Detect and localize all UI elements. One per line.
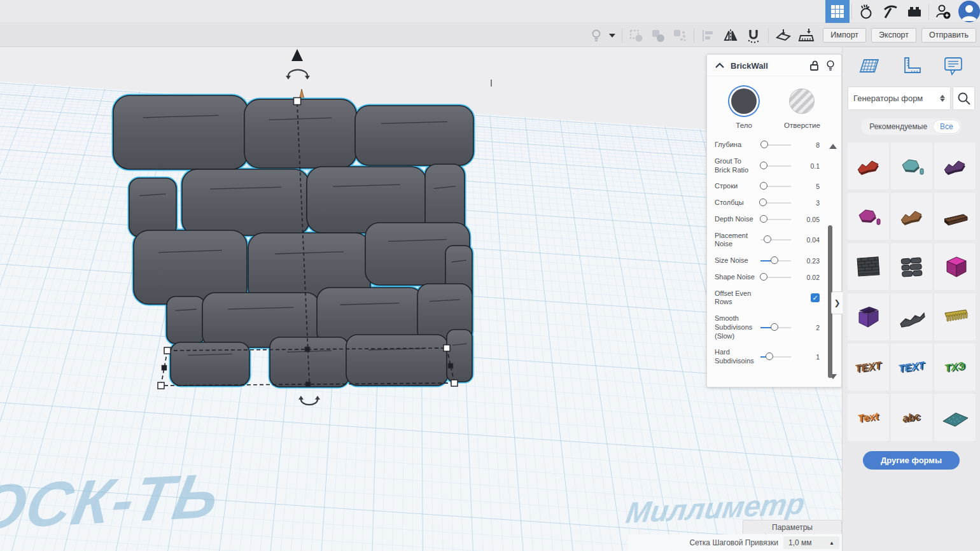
slider-knob[interactable] [760,273,767,281]
slider-track[interactable] [760,165,791,167]
shape-magenta-box-icon [938,251,971,282]
parameters-button[interactable]: Параметры [743,520,842,534]
notes-tool-icon[interactable] [942,55,965,78]
scale-handle-corner[interactable] [451,380,458,386]
raise-lower-cone-handle[interactable] [291,49,303,61]
send-button[interactable]: Отправить [921,28,976,43]
slider-knob[interactable] [760,215,767,223]
shape-stone-wall[interactable] [891,243,932,290]
slider-value: 2 [816,324,820,331]
group-icon[interactable] [626,27,647,45]
scale-handle-mid[interactable] [449,364,453,368]
scale-handle-corner[interactable] [158,382,164,389]
slider-label: Smooth Subdivisons (Slow) [715,314,755,340]
slider-track[interactable] [760,277,791,278]
add-person-icon[interactable] [931,0,955,23]
solid-swatch[interactable]: Тело [728,85,760,129]
slider-knob[interactable] [771,323,778,331]
search-button[interactable] [953,87,975,110]
align-icon[interactable] [697,27,719,45]
snap-grid-dropdown[interactable]: 1,0 мм ▲ [783,536,839,549]
hole-swatch[interactable]: Отверстие [784,85,820,129]
ungroup-icon[interactable] [647,27,669,45]
shape-brown-text[interactable]: TEXT TEXT [848,344,889,391]
shape-brown-letters[interactable]: abc abc [891,394,932,441]
scale-handle-corner[interactable] [444,345,450,351]
slider-track[interactable] [760,144,791,146]
shape-green-text-mirrored[interactable]: ТХЭ ТХЭ [934,344,976,391]
brick-build-icon[interactable] [902,0,927,23]
avatar[interactable] [958,1,980,22]
slider-track[interactable] [760,260,791,262]
import-button[interactable]: Импорт [823,28,866,43]
export-button[interactable]: Экспорт [871,28,916,43]
simlab-icon[interactable] [854,0,878,23]
hole-pattern-circle[interactable] [789,88,815,114]
shape-category-dropdown[interactable]: Генераторы форм [848,87,951,110]
shape-brick-wall-flat[interactable] [848,243,889,290]
snap-magnet-icon[interactable] [742,27,765,45]
scroll-up-icon[interactable] [829,144,837,149]
ruler-tool-icon[interactable] [900,55,923,78]
workplane-helper-icon[interactable] [772,27,795,45]
collapse-chevron-icon[interactable] [715,62,725,69]
offset-even-rows-checkbox[interactable]: ✓ [811,293,820,302]
shape-magenta-box[interactable] [934,243,976,290]
slider-knob[interactable] [760,141,768,148]
shape-yellow-comb[interactable] [934,293,976,340]
slider-knob[interactable] [759,199,767,206]
slider-track[interactable] [760,239,791,241]
slider-track[interactable] [760,202,791,204]
solid-color-circle[interactable] [731,88,757,114]
scale-handle-mid[interactable] [162,366,167,370]
slider-knob[interactable] [760,182,767,190]
minecraft-pickaxe-icon[interactable] [878,0,902,23]
visibility-dropdown-caret[interactable] [606,27,619,45]
shape-magenta-island[interactable] [848,193,889,240]
shape-gray-stairs[interactable] [891,293,932,340]
slider-knob[interactable] [764,235,771,243]
shape-teal-panel[interactable] [934,394,976,441]
panel-collapse-tab[interactable]: ❯ [831,291,843,314]
scale-handle-mid[interactable] [306,382,311,387]
inspector-scrollbar[interactable] [828,155,832,378]
slider-track[interactable] [760,186,791,187]
shape-purple-figure[interactable] [934,143,976,190]
ungroup-all-icon[interactable] [669,27,690,45]
slider-track[interactable] [760,219,791,220]
shape-blue-text[interactable]: TEXT TEXT [891,344,932,391]
rotate-handle-top[interactable] [286,70,310,80]
slider-track[interactable] [760,356,791,358]
slider-value: 3 [816,199,820,207]
visibility-bulb-icon[interactable] [587,27,606,45]
ruler-helper-icon[interactable] [795,27,818,45]
bulb-icon[interactable] [826,60,835,71]
shape-purple-chest[interactable] [848,293,889,340]
shape-brown-continent-icon [895,201,928,232]
shape-purple-figure-icon [938,151,971,181]
scale-handle-corner[interactable] [164,347,171,354]
workplane-tool-icon[interactable] [858,55,881,78]
height-scale-handle[interactable] [294,98,301,105]
slider-knob[interactable] [766,352,773,360]
shape-orange-script[interactable]: Text Text [848,394,889,441]
more-shapes-button[interactable]: Другие формы [863,451,960,470]
shape-red-island[interactable] [848,143,889,190]
slider-knob[interactable] [760,162,767,169]
slider-track[interactable] [760,327,791,328]
scale-handle-mid[interactable] [305,347,310,352]
slider-knob[interactable] [771,256,778,264]
tab-recommended[interactable]: Рекомендуемые [863,120,934,133]
snap-grid-label: Сетка Шаговой Привязки [689,538,778,547]
inspector-header: BrickWall [707,55,841,76]
apps-grid-icon[interactable] [825,0,850,23]
shape-brick-wall-flat-icon [851,251,885,282]
shape-teal-chunk[interactable] [891,143,932,190]
shape-teal-panel-icon [938,402,971,433]
shape-brown-continent[interactable] [891,193,932,240]
tab-all[interactable]: Все [934,120,960,133]
shape-brown-letters-icon: abc abc [895,402,928,433]
lock-open-icon[interactable] [809,60,820,71]
shape-chocolate-bar[interactable] [934,193,976,240]
mirror-icon[interactable] [719,27,742,45]
